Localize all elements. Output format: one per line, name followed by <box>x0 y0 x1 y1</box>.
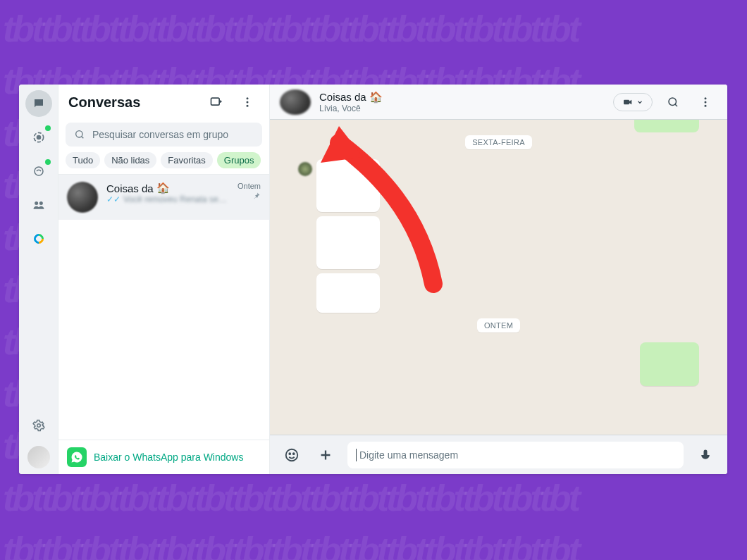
svg-point-3 <box>35 201 38 205</box>
chat-menu-button[interactable] <box>693 90 717 114</box>
search-placeholder: Pesquisar conversas em grupo <box>92 129 228 140</box>
svg-point-10 <box>76 131 82 137</box>
outgoing-message-partial <box>634 120 699 132</box>
chat-header-title: Coisas da <box>319 91 366 103</box>
chat-list-item[interactable]: Coisas da 🏠 ✓✓ Você removeu Renata segun… <box>58 175 269 220</box>
status-dot-indicator <box>45 125 51 131</box>
chat-item-main: Coisas da 🏠 ✓✓ Você removeu Renata segun… <box>106 182 229 204</box>
channels-dot-indicator <box>45 159 51 165</box>
day-separator: SEXTA-FEIRA <box>465 135 532 149</box>
house-emoji-icon: 🏠 <box>369 91 383 104</box>
chat-header-subtitle: Lívia, Você <box>319 104 605 113</box>
incoming-message-row <box>298 159 699 212</box>
panel-title: Conversas <box>68 94 197 111</box>
download-banner[interactable]: Baixar o WhatsApp para Windows <box>58 440 269 474</box>
chat-pane: Coisas da 🏠 Lívia, Você SEXTA-FEIRA <box>270 85 727 474</box>
svg-point-5 <box>37 424 40 428</box>
svg-point-12 <box>669 98 677 106</box>
text-cursor <box>356 449 357 461</box>
filter-groups[interactable]: Grupos <box>217 152 261 168</box>
conversations-panel: Conversas Pesquisar conversas em grupo T… <box>58 85 270 474</box>
svg-point-8 <box>247 101 249 104</box>
svg-point-17 <box>289 453 290 454</box>
incoming-message-bubble[interactable] <box>316 159 380 212</box>
search-icon <box>74 129 85 140</box>
panel-menu-button[interactable] <box>235 90 259 114</box>
filter-row: Tudo Não lidas Favoritas Grupos <box>58 152 269 174</box>
message-placeholder: Digite uma mensagem <box>359 449 458 461</box>
svg-rect-11 <box>624 99 629 104</box>
day-separator: ONTEM <box>477 318 520 332</box>
filter-unread[interactable]: Não lidas <box>104 152 156 168</box>
nav-rail <box>19 85 58 474</box>
nav-meta-ai-icon[interactable] <box>25 225 52 252</box>
chat-item-preview: Você removeu Renata segunda <box>123 194 229 204</box>
svg-point-14 <box>705 101 707 103</box>
chat-header-info[interactable]: Coisas da 🏠 Lívia, Você <box>319 91 605 113</box>
svg-point-4 <box>39 201 42 205</box>
nav-status-icon[interactable] <box>25 124 52 151</box>
svg-point-13 <box>705 97 707 99</box>
svg-point-7 <box>247 97 249 99</box>
messages-area[interactable]: SEXTA-FEIRA ONTEM <box>270 120 727 435</box>
outgoing-message-bubble[interactable] <box>640 342 699 386</box>
panel-header: Conversas <box>58 85 269 120</box>
svg-point-18 <box>293 453 295 454</box>
video-call-button[interactable] <box>613 93 653 111</box>
svg-rect-6 <box>211 98 220 105</box>
svg-point-2 <box>35 167 43 175</box>
nav-settings-icon[interactable] <box>25 412 52 439</box>
new-chat-button[interactable] <box>204 90 228 114</box>
incoming-message-bubble[interactable] <box>316 273 380 313</box>
filter-all[interactable]: Tudo <box>66 152 100 168</box>
message-input[interactable]: Digite uma mensagem <box>347 442 684 468</box>
nav-chats-icon[interactable] <box>25 90 52 117</box>
emoji-button[interactable] <box>280 443 304 467</box>
attach-button[interactable] <box>314 443 338 467</box>
svg-point-15 <box>705 104 707 106</box>
video-icon <box>622 97 634 108</box>
nav-channels-icon[interactable] <box>25 158 52 185</box>
svg-point-1 <box>37 136 40 139</box>
chat-search-button[interactable] <box>661 90 685 114</box>
app-window: Conversas Pesquisar conversas em grupo T… <box>19 85 727 474</box>
house-emoji-icon: 🏠 <box>156 182 170 194</box>
compose-bar: Digite uma mensagem <box>270 435 727 474</box>
read-tick-icon: ✓✓ <box>106 194 121 204</box>
chevron-down-icon <box>636 99 643 106</box>
chat-item-name: Coisas da <box>106 182 154 194</box>
chat-item-avatar <box>67 182 98 213</box>
sender-avatar <box>298 162 312 176</box>
svg-point-16 <box>286 449 298 461</box>
outgoing-message-row <box>298 342 699 386</box>
chat-list: Coisas da 🏠 ✓✓ Você removeu Renata segun… <box>58 174 269 440</box>
search-input[interactable]: Pesquisar conversas em grupo <box>66 123 262 147</box>
mic-button[interactable] <box>693 443 717 467</box>
svg-point-9 <box>247 105 249 107</box>
download-label: Baixar o WhatsApp para Windows <box>94 452 243 463</box>
chat-item-time: Ontem <box>237 182 261 190</box>
filter-favorites[interactable]: Favoritas <box>161 152 212 168</box>
nav-profile-avatar[interactable] <box>27 446 50 468</box>
pin-icon <box>252 192 261 202</box>
nav-communities-icon[interactable] <box>25 192 52 218</box>
chat-header-avatar[interactable] <box>280 89 311 115</box>
whatsapp-logo-icon <box>67 447 87 467</box>
incoming-message-bubble[interactable] <box>316 216 380 269</box>
chat-header: Coisas da 🏠 Lívia, Você <box>270 85 727 120</box>
